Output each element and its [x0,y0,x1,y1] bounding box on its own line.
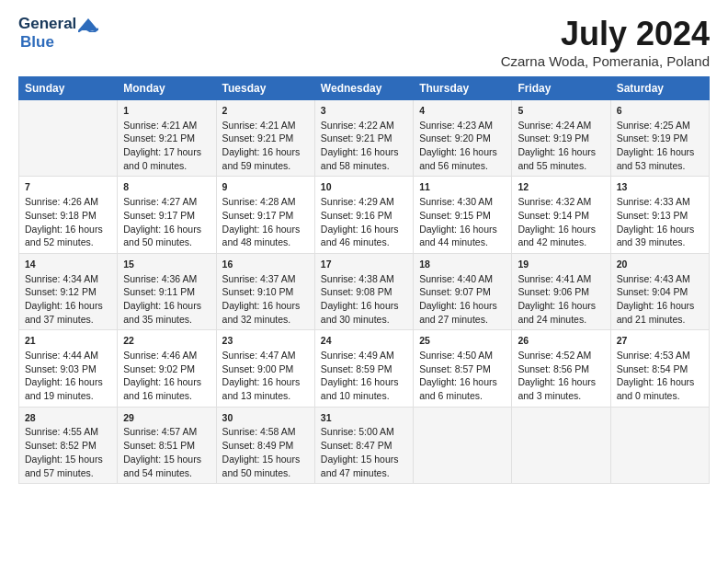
day-number: 10 [321,180,407,194]
day-info: Sunset: 8:47 PM [321,440,392,451]
day-info: Sunset: 9:10 PM [222,286,294,297]
day-info: and 27 minutes. [419,314,488,325]
day-number: 17 [321,258,407,271]
day-info: Sunset: 9:19 PM [518,132,589,144]
day-info: Sunset: 9:12 PM [25,286,97,297]
logo: General Blue [18,15,98,52]
calendar-week-row: 14Sunrise: 4:34 AMSunset: 9:12 PMDayligh… [19,253,710,329]
calendar-cell [512,407,610,483]
day-info: and 47 minutes. [321,467,390,478]
day-info: Sunset: 9:18 PM [25,210,97,221]
page: General Blue July 2024 Czarna Woda, Pome… [0,0,728,563]
day-number: 6 [617,104,703,118]
calendar-cell: 13Sunrise: 4:33 AMSunset: 9:13 PMDayligh… [610,177,709,253]
calendar-cell: 16Sunrise: 4:37 AMSunset: 9:10 PMDayligh… [216,253,314,329]
day-info: Daylight: 16 hours [25,300,103,311]
calendar-cell: 27Sunrise: 4:53 AMSunset: 8:54 PMDayligh… [610,330,709,407]
day-info: Sunrise: 4:25 AM [617,120,690,131]
calendar-cell: 17Sunrise: 4:38 AMSunset: 9:08 PMDayligh… [314,253,413,329]
day-info: Daylight: 16 hours [321,146,399,157]
day-info: Daylight: 15 hours [123,454,201,465]
calendar-week-row: 1Sunrise: 4:21 AMSunset: 9:21 PMDaylight… [19,100,710,177]
day-info: Sunset: 9:21 PM [321,132,392,144]
day-info: Daylight: 16 hours [419,376,497,387]
calendar-cell: 15Sunrise: 4:36 AMSunset: 9:11 PMDayligh… [118,253,216,329]
day-info: Sunrise: 4:55 AM [25,426,98,437]
calendar-cell: 8Sunrise: 4:27 AMSunset: 9:17 PMDaylight… [118,177,216,253]
day-info: and 32 minutes. [222,314,291,325]
day-info: Sunset: 9:21 PM [222,132,294,144]
day-info: and 16 minutes. [123,390,192,401]
calendar-cell: 3Sunrise: 4:22 AMSunset: 9:21 PMDaylight… [314,100,413,177]
logo-icon [78,17,98,32]
calendar-week-row: 21Sunrise: 4:44 AMSunset: 9:03 PMDayligh… [19,330,710,407]
day-info: Sunset: 8:52 PM [25,440,97,451]
day-info: and 24 minutes. [518,314,586,325]
day-info: and 44 minutes. [419,236,488,247]
day-info: Sunrise: 4:32 AM [518,196,591,207]
day-info: Sunset: 8:59 PM [321,363,392,374]
day-info: Sunset: 8:54 PM [617,363,688,374]
day-info: Sunrise: 5:00 AM [321,426,394,437]
weekday-header: Tuesday [216,77,314,100]
day-info: Sunset: 9:14 PM [518,210,589,221]
day-info: Sunrise: 4:50 AM [419,350,493,361]
day-info: Daylight: 16 hours [617,300,695,311]
calendar-cell: 21Sunrise: 4:44 AMSunset: 9:03 PMDayligh… [19,330,118,407]
title-area: July 2024 Czarna Woda, Pomerania, Poland [501,15,710,69]
calendar-cell: 2Sunrise: 4:21 AMSunset: 9:21 PMDaylight… [216,100,314,177]
day-info: Sunrise: 4:29 AM [321,196,394,207]
day-info: Sunrise: 4:38 AM [321,273,394,284]
weekday-header: Saturday [610,77,709,100]
day-number: 23 [222,334,309,348]
day-number: 29 [123,411,210,425]
calendar-cell: 11Sunrise: 4:30 AMSunset: 9:15 PMDayligh… [414,177,512,253]
day-number: 2 [222,104,309,118]
day-info: Daylight: 16 hours [518,376,596,387]
logo-blue-text: Blue [20,33,54,51]
day-info: Sunrise: 4:33 AM [617,196,690,207]
day-number: 16 [222,258,309,271]
day-info: Sunrise: 4:21 AM [222,120,296,131]
day-number: 31 [321,411,407,425]
calendar-cell: 22Sunrise: 4:46 AMSunset: 9:02 PMDayligh… [118,330,216,407]
day-info: Sunrise: 4:21 AM [123,120,197,131]
day-info: Daylight: 16 hours [123,300,201,311]
day-info: Daylight: 16 hours [419,224,497,235]
day-info: Sunset: 9:11 PM [123,286,195,297]
day-info: Sunset: 9:02 PM [123,363,195,374]
day-number: 25 [419,334,506,348]
day-info: Daylight: 16 hours [25,376,103,387]
weekday-header: Friday [512,77,610,100]
subtitle: Czarna Woda, Pomerania, Poland [501,53,710,69]
day-number: 26 [518,334,604,348]
calendar-week-row: 7Sunrise: 4:26 AMSunset: 9:18 PMDaylight… [19,177,710,253]
day-info: Sunrise: 4:53 AM [617,350,690,361]
day-info: Sunrise: 4:36 AM [123,273,197,284]
calendar-cell: 5Sunrise: 4:24 AMSunset: 9:19 PMDaylight… [512,100,610,177]
day-number: 5 [518,104,604,118]
header: General Blue July 2024 Czarna Woda, Pome… [18,15,710,69]
day-info: Daylight: 16 hours [222,376,301,387]
day-number: 3 [321,104,407,118]
day-number: 9 [222,180,309,194]
day-info: Daylight: 16 hours [518,224,596,235]
day-info: and 58 minutes. [321,160,390,171]
day-info: Daylight: 16 hours [419,300,497,311]
calendar-cell: 6Sunrise: 4:25 AMSunset: 9:19 PMDaylight… [610,100,709,177]
day-info: Daylight: 16 hours [123,376,201,387]
day-info: Daylight: 16 hours [617,376,695,387]
day-info: Daylight: 16 hours [518,146,596,157]
calendar-cell: 14Sunrise: 4:34 AMSunset: 9:12 PMDayligh… [19,253,118,329]
day-info: Sunset: 9:19 PM [617,132,688,144]
day-info: Sunrise: 4:49 AM [321,350,394,361]
day-info: and 50 minutes. [222,467,291,478]
calendar-cell: 1Sunrise: 4:21 AMSunset: 9:21 PMDaylight… [118,100,216,177]
day-info: Daylight: 16 hours [419,146,497,157]
day-info: and 0 minutes. [123,160,187,171]
calendar-cell: 20Sunrise: 4:43 AMSunset: 9:04 PMDayligh… [610,253,709,329]
day-info: Daylight: 16 hours [518,300,596,311]
day-info: and 57 minutes. [25,467,94,478]
day-info: Daylight: 16 hours [321,224,399,235]
day-info: Sunset: 9:04 PM [617,286,688,297]
